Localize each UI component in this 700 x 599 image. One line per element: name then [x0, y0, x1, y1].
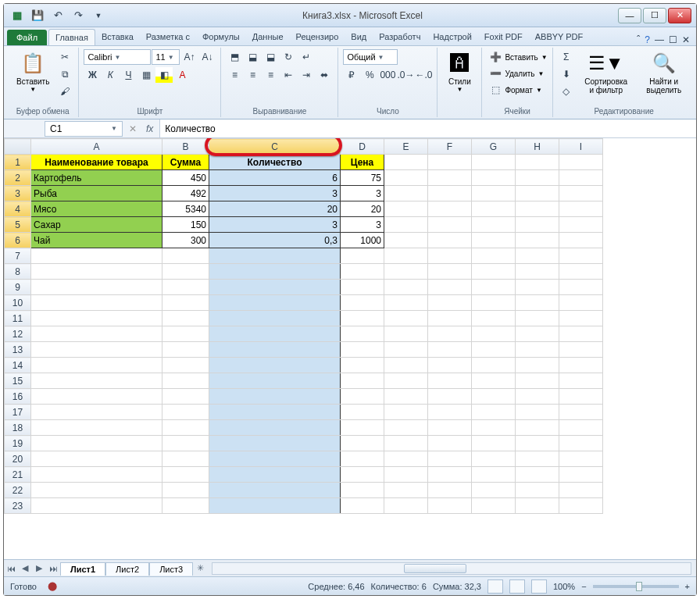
align-middle-icon[interactable]: ⬓ [244, 49, 261, 65]
cell[interactable] [472, 483, 516, 498]
row-header[interactable]: 6 [5, 233, 31, 248]
cell[interactable] [31, 373, 162, 389]
cell[interactable]: 450 [162, 170, 209, 186]
cell[interactable] [341, 248, 384, 264]
cell[interactable] [516, 217, 559, 233]
zoom-slider[interactable] [593, 585, 679, 588]
cell[interactable] [428, 311, 472, 326]
cells-insert-button[interactable]: ➕Вставить▼ [487, 49, 547, 65]
merge-icon[interactable]: ⬌ [316, 67, 333, 83]
comma-icon[interactable]: 000 [379, 67, 396, 83]
cell[interactable] [428, 467, 472, 483]
row-header[interactable]: 8 [5, 264, 31, 280]
cell[interactable] [384, 342, 428, 358]
cell[interactable] [559, 405, 603, 420]
sheet-tab[interactable]: Лист3 [149, 562, 193, 576]
cell[interactable] [384, 483, 428, 498]
column-header-I[interactable]: I [559, 139, 603, 155]
row-header[interactable]: 15 [5, 373, 31, 389]
cell[interactable] [559, 170, 603, 186]
cell[interactable] [428, 405, 472, 420]
cell[interactable] [341, 451, 384, 467]
cell[interactable] [341, 373, 384, 389]
cell[interactable]: 492 [162, 186, 209, 201]
cell[interactable] [384, 451, 428, 467]
cell[interactable] [384, 186, 428, 201]
cell[interactable] [341, 342, 384, 358]
minimize-ribbon-icon[interactable]: ˆ [637, 34, 640, 45]
cell[interactable] [384, 326, 428, 342]
cancel-formula-icon[interactable]: ✕ [126, 123, 140, 134]
cell[interactable] [31, 436, 162, 451]
select-all-corner[interactable] [5, 139, 31, 155]
cell[interactable] [428, 264, 472, 280]
cell[interactable] [559, 358, 603, 373]
cell[interactable] [162, 264, 209, 280]
ribbon-tab-формулы[interactable]: Формулы [196, 29, 246, 45]
styles-button[interactable]: 🅰 Стили ▼ [442, 49, 477, 94]
row-header[interactable]: 7 [5, 248, 31, 264]
column-header-A[interactable]: A [31, 139, 162, 155]
wb-restore-icon[interactable]: ☐ [669, 34, 677, 45]
cell[interactable] [428, 389, 472, 405]
cell[interactable] [559, 248, 603, 264]
grid-scroll[interactable]: ABCDEFGHI1Наименование товараСуммаКоличе… [4, 138, 696, 559]
cell[interactable] [559, 311, 603, 326]
sheet-nav-next-icon[interactable]: ▶ [32, 563, 46, 573]
row-header[interactable]: 18 [5, 420, 31, 436]
row-header[interactable]: 5 [5, 217, 31, 233]
row-header[interactable]: 11 [5, 311, 31, 326]
indent-increase-icon[interactable]: ⇥ [298, 67, 315, 83]
cell[interactable] [209, 436, 341, 451]
cell[interactable] [341, 311, 384, 326]
cell[interactable] [428, 217, 472, 233]
cell[interactable] [384, 280, 428, 295]
cell[interactable]: Количество [209, 155, 341, 170]
cell[interactable] [428, 358, 472, 373]
percent-icon[interactable]: % [361, 67, 378, 83]
border-icon[interactable]: ▦ [138, 67, 155, 83]
cell[interactable] [31, 280, 162, 295]
new-sheet-icon[interactable]: ✳ [193, 563, 207, 573]
help-icon[interactable]: ? [645, 34, 650, 45]
orientation-icon[interactable]: ↻ [280, 49, 297, 65]
spreadsheet-grid[interactable]: ABCDEFGHI1Наименование товараСуммаКоличе… [4, 138, 603, 514]
align-bottom-icon[interactable]: ⬓ [262, 49, 279, 65]
format-painter-icon[interactable]: 🖌 [56, 84, 73, 99]
cell[interactable] [472, 280, 516, 295]
zoom-out-icon[interactable]: − [581, 582, 586, 591]
cell[interactable] [341, 264, 384, 280]
cell[interactable] [209, 373, 341, 389]
cell[interactable] [472, 342, 516, 358]
name-box[interactable]: C1▼ [45, 121, 123, 137]
bold-icon[interactable]: Ж [84, 67, 101, 83]
save-icon[interactable]: 💾 [29, 7, 46, 24]
cell[interactable] [472, 373, 516, 389]
cell[interactable] [341, 420, 384, 436]
cell[interactable] [384, 217, 428, 233]
row-header[interactable]: 16 [5, 389, 31, 405]
cell[interactable]: Чай [31, 233, 162, 248]
ribbon-tab-рецензиро[interactable]: Рецензиро [290, 29, 345, 45]
cell[interactable] [31, 389, 162, 405]
cell[interactable] [209, 326, 341, 342]
row-header[interactable]: 13 [5, 342, 31, 358]
ribbon-tab-надстрой[interactable]: Надстрой [427, 29, 477, 45]
cell[interactable] [472, 217, 516, 233]
cell[interactable] [516, 498, 559, 514]
cell[interactable] [31, 326, 162, 342]
cell[interactable] [428, 436, 472, 451]
cell[interactable] [209, 280, 341, 295]
fill-color-icon[interactable]: ◧ [155, 67, 173, 83]
indent-decrease-icon[interactable]: ⇤ [280, 67, 297, 83]
wb-close-icon[interactable]: ✕ [682, 34, 690, 45]
cell[interactable] [559, 467, 603, 483]
cell[interactable] [209, 295, 341, 311]
cell[interactable] [472, 186, 516, 201]
cell[interactable] [559, 233, 603, 248]
cell[interactable] [384, 233, 428, 248]
cell[interactable] [209, 498, 341, 514]
cell[interactable] [209, 311, 341, 326]
cell[interactable] [428, 326, 472, 342]
cell[interactable] [559, 420, 603, 436]
